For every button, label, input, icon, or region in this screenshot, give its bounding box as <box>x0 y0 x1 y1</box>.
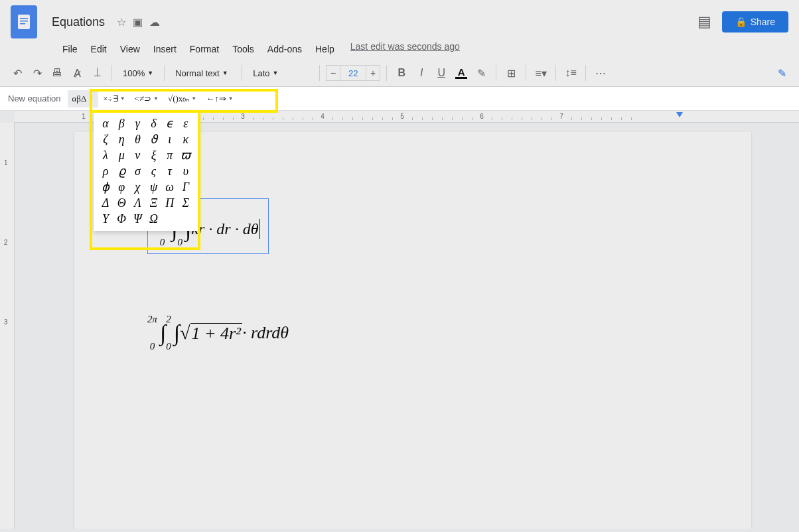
cloud-icon[interactable]: ☁ <box>149 16 160 29</box>
greek-letter[interactable]: ε <box>178 115 194 131</box>
greek-letter[interactable]: φ <box>113 179 129 195</box>
zoom-dropdown[interactable]: 100%▼ <box>117 64 159 82</box>
align-button[interactable]: ≡▾ <box>532 64 550 82</box>
greek-letter[interactable]: ρ <box>98 163 113 179</box>
insert-image-button[interactable]: ⊞ <box>502 64 520 82</box>
greek-letter[interactable]: ϱ <box>113 163 129 179</box>
font-size-input[interactable]: 22 <box>340 65 366 81</box>
equation-2[interactable]: 2π0 ∫ 20 ∫ √1 + 4r² · rdrdθ <box>147 307 678 352</box>
decrease-font-button[interactable]: − <box>326 65 340 81</box>
operators-dropdown[interactable]: ×÷∃▼ <box>98 90 129 107</box>
line-spacing-button[interactable]: ↕≡ <box>561 64 580 82</box>
greek-letter[interactable]: Δ <box>98 195 113 211</box>
greek-letter[interactable]: ψ <box>145 179 161 195</box>
greek-letter[interactable]: μ <box>113 147 129 163</box>
greek-letter[interactable]: β <box>113 115 129 131</box>
menu-help[interactable]: Help <box>310 41 340 57</box>
math-ops-dropdown[interactable]: √()x₀ₙ▼ <box>163 90 201 107</box>
menu-addons[interactable]: Add-ons <box>262 41 307 57</box>
greek-letter[interactable]: ς <box>145 163 161 179</box>
menu-view[interactable]: View <box>115 41 145 57</box>
toolbar: ↶ ↷ 🖶 A̷ ⟘ 100%▼ Normal text▼ Lato▼ − 22… <box>0 60 799 87</box>
spellcheck-button[interactable]: A̷ <box>68 64 86 82</box>
greek-letter[interactable]: τ <box>162 163 178 179</box>
greek-letter[interactable]: π <box>162 147 178 163</box>
greek-letter[interactable]: Ξ <box>145 195 161 211</box>
redo-button[interactable]: ↷ <box>28 64 46 82</box>
greek-letter[interactable]: δ <box>145 115 161 131</box>
share-label: Share <box>751 17 775 27</box>
greek-letter[interactable]: χ <box>129 179 145 195</box>
lock-icon: 🔒 <box>735 17 747 27</box>
editing-mode-button[interactable]: ✎ <box>772 64 791 82</box>
more-button[interactable]: ⋯ <box>591 64 610 82</box>
comments-icon[interactable]: ▤ <box>697 13 711 31</box>
greek-letter[interactable]: ϕ <box>98 179 113 195</box>
style-dropdown[interactable]: Normal text▼ <box>170 64 236 82</box>
greek-letter[interactable]: ϖ <box>178 147 194 163</box>
move-icon[interactable]: ▣ <box>133 16 143 29</box>
docs-logo[interactable] <box>11 5 37 38</box>
greek-letters-dropdown[interactable]: αβΔ▼ <box>68 90 99 107</box>
greek-letter[interactable]: ν <box>129 147 145 163</box>
greek-letter[interactable]: θ <box>129 131 145 147</box>
highlight-button[interactable]: ✎ <box>472 64 490 82</box>
menubar: File Edit View Insert Format Tools Add-o… <box>0 38 799 60</box>
greek-letter[interactable]: σ <box>129 163 145 179</box>
greek-letter[interactable]: Ω <box>145 211 161 227</box>
text-cursor <box>259 219 260 239</box>
bold-button[interactable]: B <box>392 64 411 82</box>
relations-dropdown[interactable]: <≠⊃▼ <box>130 90 163 107</box>
print-button[interactable]: 🖶 <box>48 64 66 82</box>
increase-font-button[interactable]: + <box>366 65 380 81</box>
greek-letter[interactable]: κ <box>178 131 194 147</box>
menu-insert[interactable]: Insert <box>148 41 182 57</box>
greek-letter[interactable]: ι <box>162 131 178 147</box>
doc-title[interactable]: Equations <box>48 14 109 31</box>
italic-button[interactable]: I <box>412 64 431 82</box>
underline-button[interactable]: U <box>432 64 451 82</box>
arrows-dropdown[interactable]: ←↑⇒▼ <box>201 90 238 107</box>
font-dropdown[interactable]: Lato▼ <box>248 64 314 82</box>
new-equation-button[interactable]: New equation <box>8 94 61 103</box>
last-edit-link[interactable]: Last edit was seconds ago <box>350 41 460 57</box>
menu-format[interactable]: Format <box>184 41 224 57</box>
greek-letter[interactable]: ω <box>162 179 178 195</box>
vertical-ruler[interactable]: 123 <box>0 123 15 529</box>
greek-letter[interactable]: ϵ <box>162 115 178 131</box>
menu-file[interactable]: File <box>57 41 83 57</box>
greek-letter[interactable]: λ <box>98 147 113 163</box>
greek-letter[interactable]: ζ <box>98 131 113 147</box>
greek-letter[interactable]: Λ <box>129 195 145 211</box>
greek-letter[interactable]: α <box>98 115 113 131</box>
greek-letter[interactable]: ξ <box>145 147 161 163</box>
svg-rect-1 <box>20 18 28 19</box>
greek-letters-popup: αβγδϵεζηθϑικλμνξπϖρϱσςτυϕφχψωΓΔΘΛΞΠΣΥΦΨΩ <box>94 111 198 231</box>
equation-body: kr · dr · dθ <box>191 220 258 238</box>
greek-letter[interactable]: γ <box>129 115 145 131</box>
text-color-button[interactable]: A <box>452 64 471 82</box>
star-icon[interactable]: ☆ <box>117 16 126 29</box>
equation-toolbar: New equation αβΔ▼ ×÷∃▼ <≠⊃▼ √()x₀ₙ▼ ←↑⇒▼ <box>0 87 799 111</box>
greek-letter[interactable]: υ <box>178 163 194 179</box>
greek-letter[interactable]: Π <box>162 195 178 211</box>
greek-letter[interactable]: Υ <box>98 211 113 227</box>
right-margin-marker[interactable] <box>676 112 683 117</box>
share-button[interactable]: 🔒 Share <box>722 11 788 33</box>
svg-rect-2 <box>20 21 28 22</box>
greek-letter[interactable]: η <box>113 131 129 147</box>
greek-letter[interactable]: ϑ <box>145 131 161 147</box>
undo-button[interactable]: ↶ <box>8 64 27 82</box>
greek-letter[interactable]: Φ <box>113 211 129 227</box>
svg-rect-3 <box>20 23 25 25</box>
greek-letter[interactable]: Θ <box>113 195 129 211</box>
paint-format-button[interactable]: ⟘ <box>88 64 106 82</box>
menu-tools[interactable]: Tools <box>227 41 259 57</box>
greek-letter[interactable]: Ψ <box>129 211 145 227</box>
greek-letter[interactable]: Σ <box>178 195 194 211</box>
greek-letter[interactable]: Γ <box>178 179 194 195</box>
menu-edit[interactable]: Edit <box>86 41 112 57</box>
svg-rect-0 <box>18 15 30 29</box>
